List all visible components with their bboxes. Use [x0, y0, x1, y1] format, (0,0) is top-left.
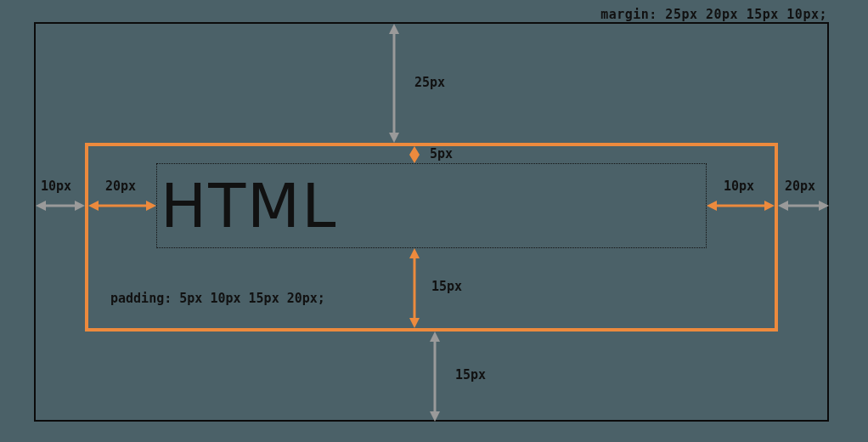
padding-declaration: padding: 5px 10px 15px 20px;: [110, 291, 325, 306]
content-text: HTML: [161, 170, 337, 241]
margin-top-label: 25px: [414, 75, 445, 90]
margin-left-label: 10px: [41, 178, 71, 194]
padding-top-label: 5px: [430, 146, 453, 162]
margin-bottom-label: 15px: [455, 367, 486, 382]
content-box: HTML: [156, 163, 707, 248]
padding-bottom-label: 15px: [431, 279, 462, 294]
padding-left-label: 20px: [105, 178, 136, 194]
padding-right-label: 10px: [724, 178, 754, 194]
margin-declaration: margin: 25px 20px 15px 10px;: [600, 7, 827, 22]
box-model-diagram: margin: 25px 20px 15px 10px; padding: 5p…: [0, 0, 868, 442]
margin-right-label: 20px: [785, 178, 815, 194]
